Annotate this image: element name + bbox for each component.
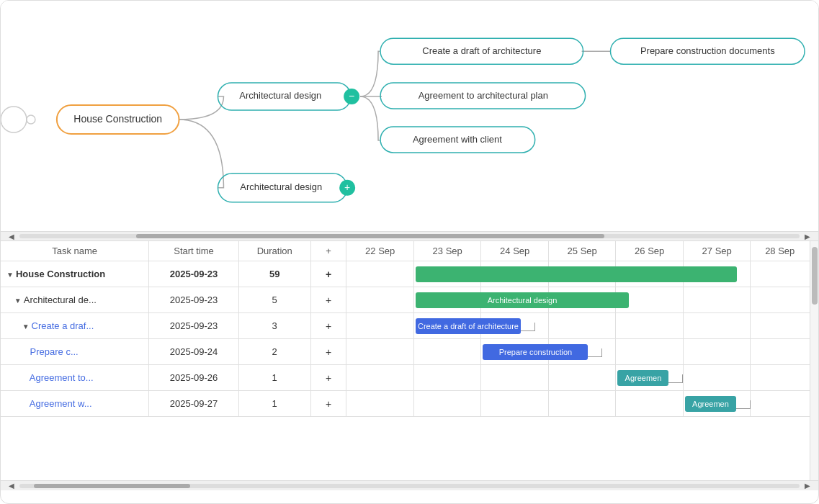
svg-point-1 <box>27 115 35 124</box>
col-date-1: 23 Sep <box>413 241 481 261</box>
bottom-scroll-thumb[interactable] <box>34 484 190 488</box>
gantt-cell-r2-d4 <box>616 313 684 339</box>
gantt-cell-r0-d6 <box>751 261 818 287</box>
node-house-construction[interactable]: House Construction <box>73 113 162 125</box>
gantt-connector <box>521 323 535 331</box>
gantt-bar[interactable] <box>416 266 737 282</box>
bottom-scroll-right[interactable]: ▶ <box>802 481 813 491</box>
gantt-cell-r4-d1 <box>413 365 481 391</box>
gantt-cell-r3-d6 <box>751 339 818 365</box>
gantt-cell-r4-d0 <box>346 365 414 391</box>
horizontal-scrollbar[interactable]: ◀ ▶ <box>1 231 818 241</box>
scroll-thumb[interactable] <box>136 234 604 238</box>
node-agreement-client[interactable]: Agreement with client <box>413 134 502 145</box>
gantt-bar[interactable]: Create a draft of architecture <box>416 318 521 334</box>
task-start-cell: 2025-09-26 <box>149 365 239 391</box>
bottom-scrollbar[interactable]: ◀ ▶ <box>1 480 818 490</box>
node-construction-phase[interactable]: Architectural design <box>240 181 322 192</box>
gantt-cell-r5-d1 <box>413 391 481 417</box>
task-add-btn[interactable]: + <box>310 261 346 287</box>
svg-text:+: + <box>344 181 350 193</box>
node-create-draft[interactable]: Create a draft of architecture <box>422 45 541 56</box>
scroll-left-arrow[interactable]: ◀ <box>6 231 17 241</box>
task-add-btn[interactable]: + <box>310 365 346 391</box>
gantt-cell-r2-d1: Create a draft of architecture <box>413 313 481 339</box>
col-header-taskname: Task name <box>1 241 149 261</box>
gantt-cell-r1-d0 <box>346 287 414 313</box>
gantt-cell-r0-d1 <box>413 261 481 287</box>
bottom-scroll-left[interactable]: ◀ <box>6 481 17 491</box>
gantt-cell-r4-d3 <box>548 365 616 391</box>
task-start-cell: 2025-09-27 <box>149 391 239 417</box>
gantt-cell-r5-d6 <box>751 391 818 417</box>
gantt-cell-r2-d3 <box>548 313 616 339</box>
gantt-cell-r5-d5: Agreemen <box>683 391 751 417</box>
gantt-cell-r5-d2 <box>481 391 549 417</box>
task-duration-cell: 1 <box>238 365 310 391</box>
gantt-cell-r1-d1: Architectural design <box>413 287 481 313</box>
gantt-area: Task name Start time Duration + 22 Sep 2… <box>1 241 818 490</box>
svg-point-0 <box>1 107 27 132</box>
gantt-bar[interactable]: Architectural design <box>416 292 629 308</box>
task-duration-cell: 2 <box>238 339 310 365</box>
task-duration-cell: 1 <box>238 391 310 417</box>
task-duration-cell: 59 <box>238 261 310 287</box>
gantt-cell-r5-d3 <box>548 391 616 417</box>
svg-text:−: − <box>349 90 354 102</box>
task-start-cell: 2025-09-23 <box>149 287 239 313</box>
task-start-cell: 2025-09-24 <box>149 339 239 365</box>
task-start-cell: 2025-09-23 <box>149 313 239 339</box>
task-name-cell[interactable]: ▼Create a draf... <box>1 313 149 339</box>
gantt-cell-r1-d5 <box>683 287 751 313</box>
gantt-cell-r4-d5 <box>683 365 751 391</box>
task-add-btn[interactable]: + <box>310 287 346 313</box>
gantt-cell-r3-d4 <box>616 339 684 365</box>
gantt-connector <box>668 374 683 383</box>
gantt-connector <box>588 348 602 357</box>
task-name-cell[interactable]: ▼House Construction <box>1 261 149 287</box>
task-name-cell[interactable]: Prepare c... <box>1 339 149 365</box>
node-prepare-docs[interactable]: Prepare construction documents <box>640 45 775 56</box>
gantt-cell-r3-d2: Prepare construction <box>481 339 549 365</box>
task-start-cell: 2025-09-23 <box>149 261 239 287</box>
gantt-bar[interactable]: Agreemen <box>685 396 736 412</box>
gantt-cell-r2-d0 <box>346 313 414 339</box>
bottom-scroll-track <box>19 484 800 488</box>
task-duration-cell: 3 <box>238 313 310 339</box>
gantt-bar[interactable]: Prepare construction <box>483 344 588 360</box>
col-date-4: 26 Sep <box>616 241 684 261</box>
gantt-cell-r3-d0 <box>346 339 414 365</box>
col-date-6: 28 Sep <box>751 241 818 261</box>
mindmap-svg: House Construction Architectural design … <box>1 1 818 231</box>
task-name-cell[interactable]: Agreement to... <box>1 365 149 391</box>
col-header-duration: Duration <box>238 241 310 261</box>
task-duration-cell: 5 <box>238 287 310 313</box>
task-add-btn[interactable]: + <box>310 391 346 417</box>
gantt-cell-r3-d1 <box>413 339 481 365</box>
gantt-cell-r2-d6 <box>751 313 818 339</box>
col-date-5: 27 Sep <box>683 241 751 261</box>
mindmap-area: House Construction Architectural design … <box>1 1 818 231</box>
gantt-cell-r5-d4 <box>616 391 684 417</box>
gantt-cell-r2-d5 <box>683 313 751 339</box>
gantt-cell-r0-d0 <box>346 261 414 287</box>
gantt-cell-r1-d6 <box>751 287 818 313</box>
task-add-btn[interactable]: + <box>310 339 346 365</box>
node-agreement-arch[interactable]: Agreement to architectural plan <box>419 90 548 101</box>
scroll-track <box>19 234 800 238</box>
task-name-cell[interactable]: ▼Architectural de... <box>1 287 149 313</box>
gantt-cell-r4-d2 <box>481 365 549 391</box>
gantt-cell-r4-d4: Agreemen <box>616 365 684 391</box>
scrollbar-thumb[interactable] <box>812 247 818 305</box>
col-header-add[interactable]: + <box>310 241 346 261</box>
task-add-btn[interactable]: + <box>310 313 346 339</box>
scroll-right-arrow[interactable]: ▶ <box>802 231 813 241</box>
gantt-bar[interactable]: Agreemen <box>617 370 668 386</box>
gantt-connector <box>736 400 751 409</box>
gantt-cell-r4-d6 <box>751 365 818 391</box>
col-date-3: 25 Sep <box>548 241 616 261</box>
right-scrollbar[interactable] <box>810 241 818 490</box>
gantt-cell-r3-d5 <box>683 339 751 365</box>
node-arch-design[interactable]: Architectural design <box>239 90 321 101</box>
task-name-cell[interactable]: Agreement w... <box>1 391 149 417</box>
